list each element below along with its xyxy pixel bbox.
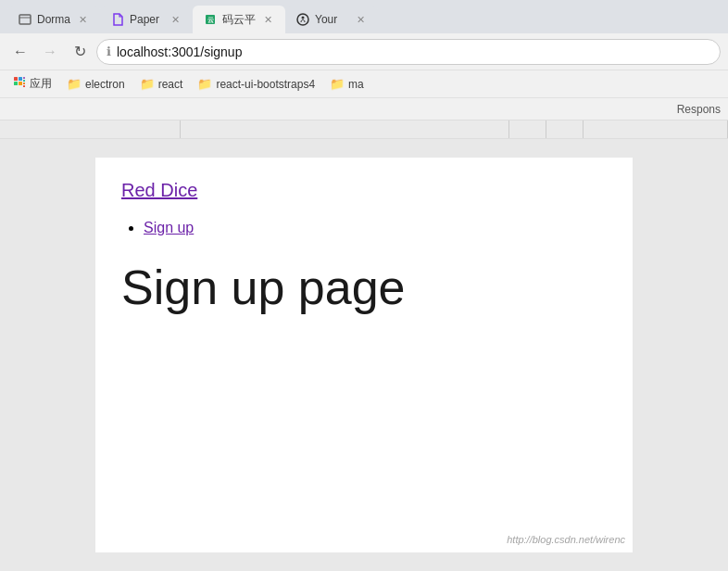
- page-area: Red Dice Sign up Sign up page http://blo…: [0, 139, 728, 571]
- signup-nav-link[interactable]: Sign up: [144, 220, 194, 235]
- svg-rect-7: [19, 77, 22, 81]
- tab-bar: Dorma ✕ Paper ✕ 云 码云平 ✕ Your ✕: [0, 0, 728, 33]
- tab-github[interactable]: Your ✕: [285, 6, 378, 33]
- security-icon: ℹ: [107, 44, 111, 58]
- apps-grid-icon: [13, 76, 26, 92]
- ruler-seg-2: [181, 121, 509, 138]
- tab-myyun-favicon: 云: [204, 13, 217, 26]
- folder-icon-react-ui: 📁: [197, 77, 212, 91]
- responsive-bar: Respons: [0, 98, 728, 121]
- ruler-seg-5: [584, 121, 728, 138]
- svg-text:云: 云: [207, 17, 214, 23]
- folder-icon-react: 📁: [140, 77, 155, 91]
- tab-paper[interactable]: Paper ✕: [100, 6, 193, 33]
- page-heading: Sign up page: [121, 259, 607, 316]
- svg-rect-11: [23, 80, 25, 82]
- svg-rect-13: [23, 85, 25, 87]
- svg-rect-6: [14, 77, 18, 81]
- folder-icon-ma: 📁: [330, 77, 345, 91]
- back-button[interactable]: ←: [7, 39, 33, 65]
- bookmarks-bar: 应用 📁 electron 📁 react 📁 react-ui-bootstr…: [0, 70, 728, 98]
- page-content: Red Dice Sign up Sign up page http://blo…: [95, 158, 633, 552]
- tab-myyun-close[interactable]: ✕: [261, 13, 274, 26]
- tab-github-label: Your: [315, 13, 337, 26]
- ruler-seg-4: [546, 121, 584, 138]
- forward-button[interactable]: →: [37, 39, 63, 65]
- tab-paper-label: Paper: [130, 13, 159, 26]
- svg-rect-9: [19, 82, 22, 85]
- tab-myyun[interactable]: 云 码云平 ✕: [193, 6, 285, 33]
- svg-rect-12: [23, 82, 25, 84]
- svg-rect-0: [19, 15, 31, 24]
- ruler-seg-3: [509, 121, 546, 138]
- bookmark-react-label: react: [158, 78, 183, 91]
- bookmark-apps-label: 应用: [30, 76, 52, 92]
- bookmark-ma[interactable]: 📁 ma: [324, 75, 370, 93]
- tab-dorma-close[interactable]: ✕: [76, 13, 89, 26]
- bookmark-react-ui[interactable]: 📁 react-ui-bootstraps4: [192, 75, 320, 93]
- brand-link[interactable]: Red Dice: [121, 180, 197, 201]
- url-display: localhost:3001/signup: [117, 44, 242, 59]
- tab-dorma[interactable]: Dorma ✕: [7, 6, 100, 33]
- tab-paper-favicon: [111, 13, 124, 26]
- bookmark-electron-label: electron: [85, 78, 125, 91]
- tab-github-close[interactable]: ✕: [354, 13, 367, 26]
- svg-rect-10: [23, 77, 25, 79]
- svg-rect-8: [14, 82, 18, 85]
- responsive-label: Respons: [677, 103, 721, 116]
- svg-point-5: [302, 17, 305, 19]
- ruler-bar: [0, 121, 728, 139]
- watermark-text: http://blog.csdn.net/wirenc: [507, 534, 625, 545]
- folder-icon-electron: 📁: [67, 77, 82, 91]
- address-bar[interactable]: ℹ localhost:3001/signup: [96, 39, 721, 65]
- tab-paper-close[interactable]: ✕: [169, 13, 182, 26]
- reload-button[interactable]: ↻: [67, 39, 93, 65]
- tab-github-favicon: [296, 13, 309, 26]
- nav-list-item: Sign up: [144, 220, 607, 236]
- tab-dorma-label: Dorma: [37, 13, 70, 26]
- nav-list: Sign up: [121, 220, 607, 236]
- browser-window: Dorma ✕ Paper ✕ 云 码云平 ✕ Your ✕: [0, 0, 728, 571]
- tab-myyun-label: 码云平: [222, 12, 256, 28]
- bookmark-react-ui-label: react-ui-bootstraps4: [216, 78, 315, 91]
- omnibar: ← → ↻ ℹ localhost:3001/signup: [0, 33, 728, 70]
- bookmark-apps[interactable]: 应用: [7, 74, 57, 94]
- tab-dorma-favicon: [19, 13, 31, 26]
- bookmark-react[interactable]: 📁 react: [134, 75, 189, 93]
- bookmark-ma-label: ma: [348, 78, 364, 91]
- ruler-seg-1: [0, 121, 181, 138]
- bookmark-electron[interactable]: 📁 electron: [61, 75, 131, 93]
